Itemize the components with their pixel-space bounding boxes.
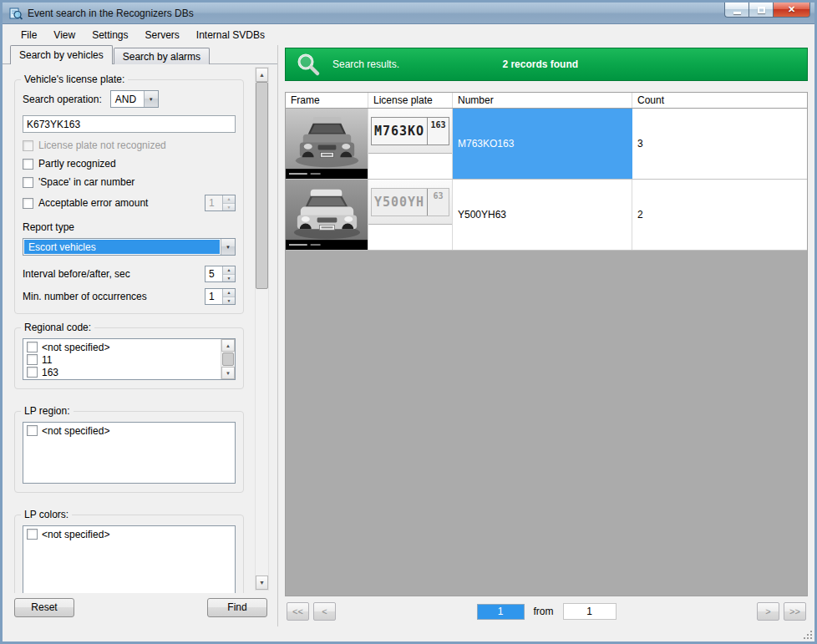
first-page-button[interactable]: << xyxy=(287,602,309,621)
count-cell[interactable]: 3 xyxy=(632,109,807,179)
menu-view[interactable]: View xyxy=(45,26,84,44)
tab-search-by-vehicles[interactable]: Search by vehicles xyxy=(10,45,113,64)
error-amount-spin-buttons: ▲ ▼ xyxy=(222,195,235,210)
error-amount-checkbox[interactable] xyxy=(23,198,33,209)
prev-page-button[interactable]: < xyxy=(313,602,336,621)
lp-colors-list[interactable]: <not specified> xyxy=(23,525,236,593)
table-row[interactable]: Y500YH 63 Y500YH63 2 xyxy=(286,180,807,251)
report-type-value: Escort vehicles xyxy=(24,240,220,254)
search-operation-combo[interactable]: AND ▼ xyxy=(110,90,159,108)
partly-recognized-row[interactable]: Partly recognized xyxy=(23,158,236,170)
spin-up-icon[interactable]: ▲ xyxy=(223,266,235,274)
regional-code-list[interactable]: <not specified> 11 163 ▲ xyxy=(23,338,236,380)
titlebar[interactable]: Event search in the Recognizers DBs ✕ xyxy=(3,3,814,24)
interval-row: Interval before/after, sec 5 ▲ ▼ xyxy=(23,266,236,282)
min-occurrences-row: Min. number of occurrences 1 ▲ ▼ xyxy=(23,288,236,305)
space-in-number-checkbox[interactable] xyxy=(23,177,33,188)
tab-strip: Search by vehicles Search by alarms xyxy=(3,45,277,64)
lp-region-checkbox[interactable] xyxy=(27,425,38,436)
table-row[interactable]: M763KO 163 M763KO163 3 xyxy=(286,109,807,180)
vehicle-photo-icon xyxy=(286,180,368,250)
column-header-count[interactable]: Count xyxy=(632,93,807,108)
regional-code-checkbox[interactable] xyxy=(27,367,38,378)
error-amount-row[interactable]: Acceptable error amount 1 ▲ ▼ xyxy=(23,195,236,211)
number-cell[interactable]: Y500YH63 xyxy=(453,180,632,250)
list-item[interactable]: 163 xyxy=(26,366,218,378)
chevron-down-icon: ▼ xyxy=(221,239,235,255)
scroll-down-icon[interactable]: ▼ xyxy=(221,367,235,379)
frame-thumbnail[interactable] xyxy=(286,109,368,179)
partly-recognized-checkbox[interactable] xyxy=(23,159,33,170)
regional-code-option: 163 xyxy=(42,367,58,378)
error-amount-spinner[interactable]: 1 ▲ ▼ xyxy=(205,195,236,211)
plate-thumbnail[interactable]: Y500YH 63 xyxy=(368,180,453,250)
scrollbar-thumb[interactable] xyxy=(256,82,268,289)
records-found-count: 2 records found xyxy=(502,58,578,70)
list-item[interactable]: <not specified> xyxy=(26,424,232,437)
app-icon xyxy=(9,7,23,20)
regional-code-checkbox[interactable] xyxy=(27,354,38,365)
scroll-up-icon[interactable]: ▲ xyxy=(256,68,268,82)
spin-up-icon[interactable]: ▲ xyxy=(223,195,235,203)
scrollbar-track[interactable] xyxy=(256,82,268,576)
column-header-license-plate[interactable]: License plate xyxy=(368,93,453,108)
not-recognized-checkbox[interactable] xyxy=(23,140,33,151)
resize-grip-icon[interactable] xyxy=(803,630,813,640)
close-button[interactable]: ✕ xyxy=(773,3,810,18)
lp-colors-group-title: LP colors: xyxy=(21,509,72,520)
menu-settings[interactable]: Settings xyxy=(84,26,136,44)
spin-down-icon[interactable]: ▼ xyxy=(223,203,235,211)
regional-code-option: <not specified> xyxy=(42,342,109,353)
space-in-number-row[interactable]: 'Space' in car number xyxy=(23,176,236,188)
count-cell[interactable]: 2 xyxy=(632,180,807,250)
page-number-input[interactable] xyxy=(477,604,525,620)
minimize-button[interactable] xyxy=(724,3,748,18)
error-amount-label: Acceptable error amount xyxy=(38,197,148,209)
search-panel: Search by vehicles Search by alarms Vehi… xyxy=(3,45,278,626)
report-type-combo[interactable]: Escort vehicles ▼ xyxy=(23,238,236,256)
not-recognized-row[interactable]: License plate not recognized xyxy=(23,139,236,151)
list-item[interactable]: <not specified> xyxy=(26,528,232,540)
license-plate-input[interactable] xyxy=(23,115,236,133)
error-amount-value: 1 xyxy=(206,195,222,210)
menu-servers[interactable]: Servers xyxy=(137,26,188,44)
scroll-up-icon[interactable]: ▲ xyxy=(221,339,235,352)
spin-up-icon[interactable]: ▲ xyxy=(223,289,235,297)
interval-spinner[interactable]: 5 ▲ ▼ xyxy=(205,266,236,282)
min-occurrences-value: 1 xyxy=(206,289,222,304)
frame-thumbnail[interactable] xyxy=(286,180,368,250)
next-page-button[interactable]: > xyxy=(757,602,779,621)
list-item[interactable]: 11 xyxy=(26,353,218,366)
lp-region-group: LP region: <not specified> xyxy=(14,411,244,493)
last-page-button[interactable]: >> xyxy=(784,602,806,621)
regional-code-scrollbar[interactable]: ▲ ▼ xyxy=(221,339,235,379)
lp-colors-checkbox[interactable] xyxy=(27,529,38,540)
lp-colors-group: LP colors: <not specified> xyxy=(14,515,244,593)
maximize-button[interactable] xyxy=(748,3,773,18)
number-cell[interactable]: M763KO163 xyxy=(453,109,632,179)
find-button[interactable]: Find xyxy=(207,598,267,617)
list-item[interactable]: <not specified> xyxy=(26,341,218,353)
reset-button[interactable]: Reset xyxy=(14,598,74,617)
spin-down-icon[interactable]: ▼ xyxy=(223,274,235,282)
menu-file[interactable]: File xyxy=(13,26,45,44)
regional-code-group: Regional code: <not specified> 11 163 xyxy=(14,327,244,389)
spin-down-icon[interactable]: ▼ xyxy=(223,297,235,305)
form-scrollbar[interactable]: ▲ ▼ xyxy=(255,67,269,591)
menu-internal-svdbs[interactable]: Internal SVDBs xyxy=(188,26,273,44)
scroll-down-icon[interactable]: ▼ xyxy=(256,576,268,590)
tab-search-by-alarms[interactable]: Search by alarms xyxy=(114,48,210,64)
results-banner: Search results. 2 records found xyxy=(285,48,808,81)
regional-code-group-title: Regional code: xyxy=(21,322,94,333)
regional-code-checkbox[interactable] xyxy=(27,342,38,352)
min-occurrences-spinner[interactable]: 1 ▲ ▼ xyxy=(205,288,236,305)
scrollbar-thumb[interactable] xyxy=(222,352,234,366)
vehicle-photo-icon xyxy=(286,109,368,179)
plate-thumbnail[interactable]: M763KO 163 xyxy=(368,109,453,179)
lp-region-list[interactable]: <not specified> xyxy=(23,422,236,484)
interval-value: 5 xyxy=(206,266,222,281)
column-header-number[interactable]: Number xyxy=(453,93,632,108)
column-header-frame[interactable]: Frame xyxy=(286,93,368,108)
window-controls: ✕ xyxy=(724,3,810,18)
chevron-down-icon: ▼ xyxy=(144,91,158,107)
